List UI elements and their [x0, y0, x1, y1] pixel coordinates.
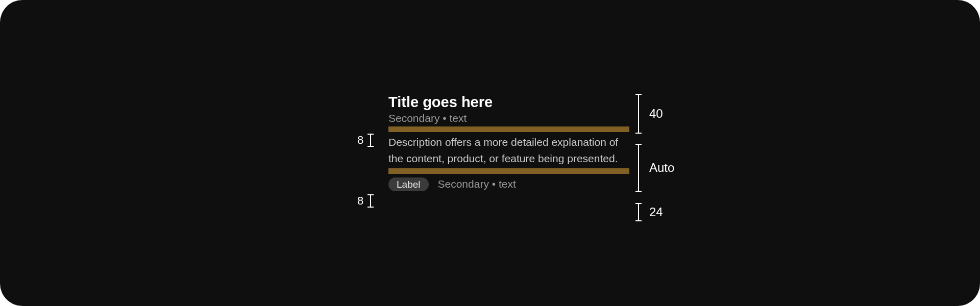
- vertical-gap-icon: [366, 134, 375, 147]
- component-title: Title goes here: [388, 94, 633, 111]
- height-value-1: 40: [649, 107, 663, 121]
- gap-value-2: 8: [357, 194, 363, 208]
- height-annotation-1: 40: [635, 94, 663, 134]
- height-value-2: Auto: [649, 161, 674, 175]
- gap-annotation-2: 8: [357, 194, 375, 208]
- component-secondary-2: Secondary • text: [438, 178, 516, 190]
- gap-value-1: 8: [357, 134, 363, 147]
- bracket-icon: [635, 144, 642, 192]
- height-annotation-2: Auto: [635, 144, 674, 192]
- component-spec: Title goes here Secondary • text Descrip…: [388, 94, 633, 192]
- height-annotation-3: 24: [635, 203, 663, 221]
- bracket-icon: [635, 203, 642, 221]
- component-tag-row: Label Secondary • text: [388, 176, 633, 192]
- bracket-icon: [635, 94, 642, 134]
- vertical-gap-icon: [366, 194, 375, 208]
- component-secondary-1: Secondary • text: [388, 112, 633, 124]
- gap-bar-1: [388, 126, 629, 132]
- label-pill: Label: [388, 177, 429, 191]
- height-value-3: 24: [649, 205, 663, 219]
- component-description: Description offers a more detailed expla…: [388, 134, 626, 166]
- gap-bar-2: [388, 168, 629, 174]
- gap-annotation-1: 8: [357, 134, 375, 147]
- spec-frame: Title goes here Secondary • text Descrip…: [0, 0, 980, 306]
